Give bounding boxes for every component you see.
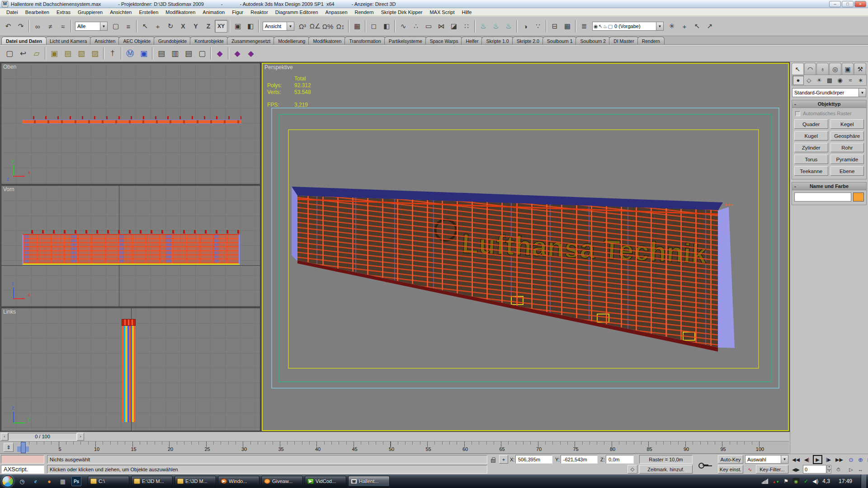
separator[interactable]	[348, 20, 349, 33]
taskbar-window-button[interactable]: ▶ VidCod...	[305, 476, 346, 487]
select-and-link-icon[interactable]: ∞	[31, 20, 44, 33]
mirror-icon[interactable]: ⋈	[435, 20, 448, 33]
window-macro-icon[interactable]: ▤	[155, 47, 168, 60]
help-book-icon[interactable]: ◆	[213, 47, 226, 60]
menu-item[interactable]: Datei	[3, 9, 22, 15]
set-keys-button[interactable]: Key einst.	[718, 465, 743, 474]
go-to-start-button[interactable]: ◀◀	[791, 455, 801, 464]
menu-item[interactable]: Figur	[228, 9, 247, 15]
separator[interactable]	[28, 20, 30, 33]
teapot-preset2-icon[interactable]: ♨	[490, 20, 502, 33]
current-frame-marker[interactable]	[21, 442, 26, 453]
shelf-tab[interactable]: AEC Objekte	[118, 37, 155, 44]
shelf-tab[interactable]: Skripte 1.0	[481, 37, 513, 44]
create-spacewarps-icon[interactable]: ≈	[845, 75, 855, 85]
curve-editor-icon[interactable]: ∿	[397, 20, 410, 33]
shelf-tab[interactable]: Partikelsysteme	[384, 37, 427, 44]
quicklaunch-pictures-icon[interactable]: ▦	[58, 476, 68, 486]
menu-item[interactable]: Erstellen	[135, 9, 162, 15]
menu-item[interactable]: Anpassen	[322, 9, 351, 15]
zoom-all-icon[interactable]: ⊕	[856, 455, 865, 464]
minimize-button[interactable]: –	[829, 1, 841, 7]
shelf-tab[interactable]: DI Master	[609, 37, 639, 44]
panel-tab-create-icon[interactable]: ↖	[792, 63, 804, 75]
panel-tab-utilities-icon[interactable]: ⚒	[854, 63, 866, 75]
shelf-tab[interactable]: Soulbourn 2	[576, 37, 610, 44]
zoom-icon[interactable]: ⊙	[846, 455, 856, 464]
panel-tab-display-icon[interactable]: ▣	[842, 63, 854, 75]
chevron-down-icon[interactable]: ▼	[859, 89, 866, 97]
menu-item[interactable]: Ansichten	[106, 9, 135, 15]
separator[interactable]	[103, 47, 104, 60]
create-systems-icon[interactable]: ∗	[855, 75, 866, 85]
spinner-snap-icon[interactable]: Ω↕	[334, 20, 347, 33]
select-and-move-icon[interactable]: +	[151, 20, 164, 33]
app-m-icon[interactable]: Ⓜ	[123, 47, 137, 60]
question-book-icon[interactable]: ◆	[231, 47, 244, 60]
volume-icon[interactable]: ◀)	[812, 478, 818, 484]
menu-item[interactable]: Extras	[53, 9, 74, 15]
shelf-tab[interactable]: Modellierung	[274, 37, 310, 44]
rollout-name-farbe-header[interactable]: - Name und Farbe	[792, 183, 866, 190]
viewport-front[interactable]: Vorn z x	[1, 185, 260, 307]
door-object-top-view[interactable]	[22, 120, 241, 124]
window-macro2-icon[interactable]: ▤	[182, 47, 195, 60]
select-and-rotate-icon[interactable]: ↻	[164, 20, 177, 33]
auto-raster-checkbox[interactable]	[795, 111, 800, 116]
maxscript-listener-pane[interactable]: AXScript.	[1, 465, 44, 474]
y-coordinate-field[interactable]: -621,543m	[561, 455, 598, 464]
material-dots-icon[interactable]: ∵	[532, 20, 544, 33]
create-geometry-icon[interactable]: ●	[793, 75, 804, 85]
mini-curve-editor-button[interactable]: ⇕	[4, 443, 14, 452]
viewport-top-label[interactable]: Oben	[3, 64, 16, 70]
snap-toggle-3d-icon[interactable]: Ω³	[296, 20, 309, 33]
chevron-down-icon[interactable]: ▼	[656, 22, 663, 30]
network-signal-icon[interactable]	[762, 479, 768, 484]
primitive-button[interactable]: Kugel	[794, 131, 828, 141]
clock[interactable]: 17:49	[839, 478, 852, 484]
constraint-z-icon[interactable]: Z	[202, 20, 215, 33]
primitive-button[interactable]: Kegel	[830, 119, 864, 129]
panel-tab-modify-icon[interactable]: ◠	[804, 63, 816, 75]
window-crossing-icon[interactable]: ▣	[231, 20, 244, 33]
separator[interactable]	[365, 20, 366, 33]
shelf-tab[interactable]: Transformation	[344, 37, 385, 44]
viewport-left-label[interactable]: Links	[3, 309, 16, 315]
window-list-icon[interactable]: ▥	[168, 47, 182, 60]
primitive-button[interactable]: Geosphäre	[830, 131, 864, 141]
panel-tab-hierarchy-icon[interactable]: ♁	[816, 63, 829, 75]
menu-item[interactable]: Hilfe	[458, 9, 475, 15]
arc-rotate-icon[interactable]: ↺	[865, 465, 868, 474]
zoom-extents-icon[interactable]: ▢	[865, 455, 868, 464]
timeline-ruler[interactable]: ⇕ 05101520253035404550556065707580859095…	[0, 441, 789, 454]
absolute-mode-icon[interactable]: +	[499, 455, 508, 464]
previous-frame-button[interactable]: ◀|	[802, 455, 811, 464]
array-icon[interactable]: ∷	[460, 20, 473, 33]
shelf-tab[interactable]: Ansichten	[90, 37, 120, 44]
new-layer-icon[interactable]: ✳	[665, 20, 678, 33]
teapot-preset1-icon[interactable]: ♨	[477, 20, 490, 33]
keyboard-shortcut-override-icon[interactable]: ▦	[351, 20, 363, 33]
key-curve-icon[interactable]: ∿	[745, 465, 755, 474]
x-coordinate-field[interactable]: 506,395m	[515, 455, 552, 464]
angle-snap-icon[interactable]: Ω∠	[309, 20, 321, 33]
selection-set-dropdown[interactable]: Auswahl ▼	[745, 455, 788, 464]
selection-lock-icon[interactable]	[491, 459, 495, 463]
quicklaunch-media-icon[interactable]: ◷	[17, 476, 27, 486]
door-object-front-view[interactable]	[22, 234, 240, 265]
app-icon[interactable]: M	[2, 1, 8, 7]
layer-manager-icon[interactable]: ≣	[578, 20, 590, 33]
teapot-preset3-icon[interactable]: ♨	[502, 20, 515, 33]
separator[interactable]	[575, 20, 576, 33]
menu-item[interactable]: Diagramm Editoren	[272, 9, 322, 15]
shelf-tab[interactable]: Konturobjekte	[190, 37, 228, 44]
primitive-button[interactable]: Quader	[794, 119, 828, 129]
taskbar-window-button[interactable]: C:\	[88, 476, 129, 487]
quicklaunch-ie-icon[interactable]: e	[31, 476, 41, 486]
undo-icon[interactable]: ↶	[2, 20, 14, 33]
macro-recorder-pane[interactable]	[1, 455, 44, 464]
save-icon[interactable]: ▣	[47, 47, 61, 60]
create-helpers-icon[interactable]: ◉	[835, 75, 845, 85]
taskbar-window-button[interactable]: E:\3D M...	[175, 476, 216, 487]
shelf-tab[interactable]: Modifikatoren	[308, 37, 346, 44]
